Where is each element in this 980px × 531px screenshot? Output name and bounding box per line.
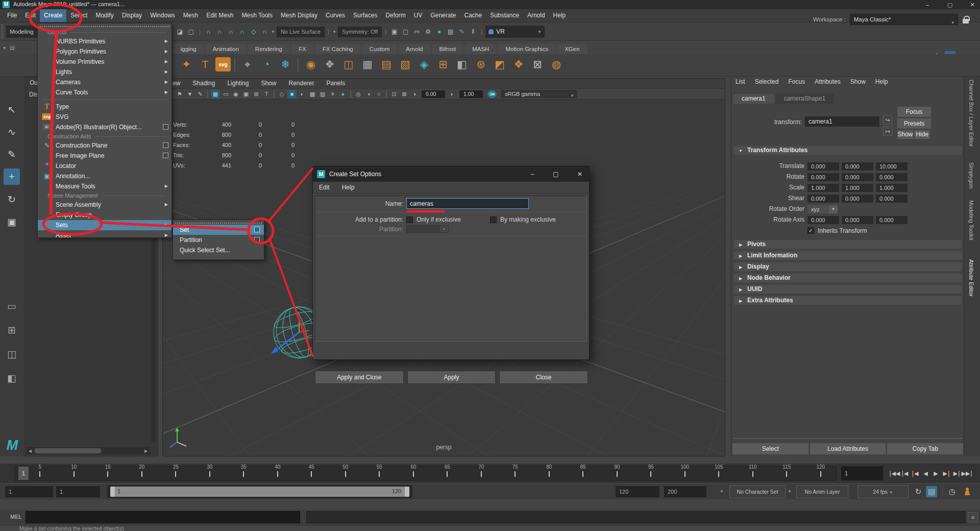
shelf-tab-custom[interactable]: Custom [362,44,398,54]
chevron-down-icon[interactable]: ▼ [788,489,792,494]
menu-edit[interactable]: Edit [21,9,40,22]
animation-start-field[interactable]: 1 [5,486,53,497]
timeline-tick[interactable]: 30 [193,464,227,478]
timeline-tick[interactable]: 65 [430,464,464,478]
live-surface-field[interactable]: No Live Surface [277,27,325,37]
dialog-minimize-button[interactable]: – [525,166,540,182]
gate-mask-icon[interactable]: ▣ [241,90,251,99]
vp-divider[interactable] [350,90,351,98]
focus-button[interactable]: Focus [897,107,931,117]
ipr-render-icon[interactable]: IPR [412,27,422,37]
dialog-close-button[interactable]: ✕ [572,166,587,182]
field-chart-icon[interactable]: ⊞ [252,90,261,99]
camera-attributes-icon[interactable]: ▼ [185,90,194,99]
value-field[interactable]: 0.000 [842,173,873,181]
menu-item-nurbs-primitives[interactable]: NURBS Primitives ▶ [38,36,172,46]
isolate-select-icon[interactable]: ⊡ [389,90,399,99]
show-button[interactable]: Show [897,130,913,139]
outliner-menu-fragment[interactable]: Ou [30,79,38,86]
close-window-button[interactable]: ✕ [968,0,977,9]
timeline-tick[interactable]: 115 [770,464,804,478]
symmetry-field[interactable]: Symmetry: Off [338,27,382,37]
value-field[interactable]: 0.000 [842,162,873,171]
menu-item-quick-select-set[interactable]: Quick Select Set... ▶ [173,245,264,255]
status-line-grip[interactable] [1,25,4,38]
value-field[interactable]: 0.000 [876,173,908,181]
multisample-icon[interactable]: ○ [374,90,383,99]
mirror-shelf-icon[interactable]: ◧ [453,56,471,73]
shelf-tab-arnold[interactable]: Arnold [398,44,430,54]
value-field[interactable]: 0.000 [842,216,873,224]
ae-section-pivots[interactable]: ▶Pivots [734,240,962,249]
snap-to-projected-center-icon[interactable]: ∩ [237,27,247,37]
menu-arnold[interactable]: Arnold [523,9,549,22]
workspace-selector[interactable]: Maya Classic*▼ [850,14,958,25]
viewport-menu-panels[interactable]: Panels [327,79,346,88]
menu-create[interactable]: Create [40,9,66,22]
quad-draw-shelf-icon[interactable]: ❖ [321,56,338,73]
exposure-icon[interactable]: ◑ [410,90,419,99]
menu-item-cameras[interactable]: Cameras ▶ [38,77,172,87]
inherits-transform-checkbox[interactable]: ✓ [807,227,814,234]
contrast-field[interactable]: 1.00 [459,90,483,98]
set-name-input[interactable] [406,198,529,209]
timeline-tick[interactable]: 120 [804,464,838,478]
pause-viewport-icon[interactable]: ‖ [468,27,478,37]
shelf-tab-xgen[interactable]: XGen [557,44,587,54]
timeline-tick[interactable]: 85 [566,464,600,478]
option-box-icon[interactable] [163,153,168,158]
menu-item-adobe-illustrator-object[interactable]: ai Adobe(R) Illustrator(R) Object... ▶ [38,122,172,132]
shelf-tab-mash[interactable]: MASH [464,44,497,54]
timeline-tick[interactable]: 20 [125,464,159,478]
select-tool-icon[interactable]: ↖ [4,101,20,117]
viewport-menu-view[interactable]: ew [173,79,180,88]
ae-section-node-behavior[interactable]: ▶Node Behavior [734,274,962,282]
maximize-window-button[interactable]: ▢ [945,0,954,9]
viewport-menu-renderer[interactable]: Renderer [288,79,314,88]
snap-to-view-plane-icon[interactable]: ◇ [249,27,258,37]
grid-toggle-icon[interactable]: ▦ [211,90,220,99]
option-box-icon[interactable] [254,227,260,232]
dialog-menu-help[interactable]: Help [342,182,355,193]
character-set-selector[interactable]: No Character Set [729,485,786,498]
grid-fill-shelf-icon[interactable]: ▦ [359,56,376,73]
layout-single-pane-icon[interactable]: ▭ [4,297,20,315]
menu-item-set[interactable]: Set ▶ [173,225,264,235]
value-field[interactable]: 0.000 [876,195,908,203]
menu-curves[interactable]: Curves [322,9,349,22]
render-settings-icon[interactable]: ⚙ [423,27,433,37]
ae-tab-camera1[interactable]: camera1 [733,94,774,104]
script-editor-icon[interactable]: ≡ [968,512,978,522]
outliner-menu-fragment[interactable]: Dis [29,91,38,98]
light-editor-icon[interactable]: ▤ [446,27,455,37]
menu-item-empty-group[interactable]: Empty Group ▶ [38,210,172,220]
barrel-shelf-icon[interactable]: ◫ [340,56,357,73]
close-button[interactable]: Close [499,371,588,384]
mel-input-field[interactable] [26,511,300,523]
menu-item-svg[interactable]: svg SVG ▶ [38,112,172,122]
menu-surfaces[interactable]: Surfaces [349,9,381,22]
svg-shelf-icon[interactable]: svg [215,57,231,71]
vp-divider[interactable] [207,90,208,98]
option-box-icon[interactable] [163,142,168,148]
timeline-tick[interactable]: 40 [261,464,295,478]
symmetry-arrow[interactable]: ▼ [332,30,336,34]
value-field[interactable]: 0.000 [807,216,839,224]
by-making-exclusive-checkbox[interactable] [490,216,497,223]
timeline-tick[interactable]: 70 [464,464,499,478]
shelf-tab-rigging[interactable]: igging [173,44,204,54]
play-backwards-button[interactable]: ◀ [921,465,930,481]
timeline-tick[interactable]: 110 [736,464,770,478]
menu-item-lights[interactable]: Lights ▶ [38,67,172,77]
menu-mesh-tools[interactable]: Mesh Tools [238,9,277,22]
value-field[interactable]: 1.000 [876,184,908,192]
playback-loop-icon[interactable]: ↻ [913,486,924,497]
mel-label[interactable]: MEL [10,514,22,520]
film-gate-icon[interactable]: ▭ [221,90,230,99]
fps-selector[interactable]: 24 fps ▼ [857,485,909,498]
option-box-icon[interactable] [163,124,168,130]
menu-cache[interactable]: Cache [460,9,486,22]
step-back-key-button[interactable]: |◀ [911,465,920,481]
paint-effects-icon[interactable]: ✎ [457,27,467,37]
value-field[interactable]: 0.000 [807,173,839,181]
